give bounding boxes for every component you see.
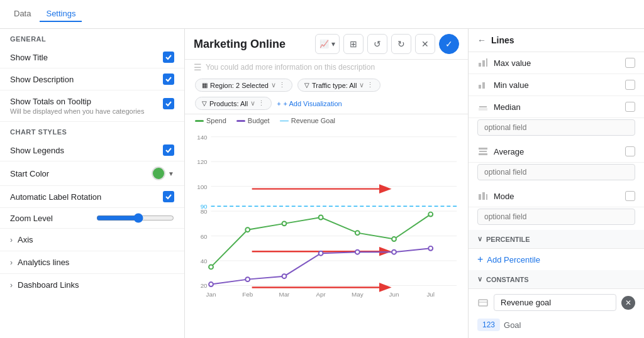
svg-rect-45 [482, 82, 485, 89]
constant-icon [477, 297, 489, 308]
svg-text:100: 100 [197, 183, 208, 190]
filter-products-label: Products: All [209, 100, 248, 107]
max-value-icon [477, 57, 489, 68]
mode-checkbox[interactable] [625, 191, 635, 201]
add-percentile-label: Add Percentile [487, 255, 540, 264]
average-checkbox[interactable] [625, 146, 635, 156]
svg-point-29 [282, 274, 286, 278]
main-layout: General Show Title Show Description Show… [0, 29, 644, 338]
add-visualization-button[interactable]: + + Add Visualization [277, 100, 342, 107]
min-value-label: Min value [494, 80, 529, 90]
dashboard-expand[interactable]: › Dashboard Links [0, 273, 184, 296]
show-description-label: Show Description [10, 75, 74, 84]
filter-products-chevron: ∨ [250, 99, 255, 107]
spend-legend-label: Spend [206, 117, 226, 124]
svg-point-31 [355, 250, 360, 254]
filter-region[interactable]: ▦ Region: 2 Selected ∨ ⋮ [195, 79, 292, 92]
max-value-checkbox[interactable] [625, 58, 635, 68]
show-totals-sublabel: Will be displayed when you have categori… [10, 107, 144, 115]
tab-settings[interactable]: Settings [40, 6, 82, 22]
max-value-label-group: Max value [477, 57, 531, 68]
legend-spend: Spend [195, 117, 226, 124]
revenue-goal-input[interactable] [494, 294, 616, 311]
filter-traffic[interactable]: ▽ Traffic type: All ∨ ⋮ [297, 79, 381, 92]
filter-icon: ▦ [202, 82, 208, 89]
svg-text:140: 140 [197, 134, 208, 141]
spend-legend-dot [195, 120, 204, 122]
legend-revenue: Revenue Goal [280, 117, 335, 124]
min-value-label-group: Min value [477, 79, 529, 90]
top-bar: Data Settings [0, 0, 644, 29]
mode-value-input[interactable] [477, 209, 635, 225]
svg-point-28 [245, 277, 250, 281]
svg-text:90: 90 [201, 203, 208, 210]
color-dot[interactable] [152, 166, 165, 180]
axis-expand[interactable]: › Axis [0, 228, 184, 251]
svg-text:Jun: Jun [389, 291, 399, 298]
zoom-slider[interactable] [96, 213, 175, 223]
chart-type-button[interactable]: 📈 ▾ [315, 34, 340, 54]
svg-text:Mar: Mar [279, 291, 290, 298]
show-title-checkbox[interactable] [163, 52, 174, 63]
left-panel: General Show Title Show Description Show… [0, 29, 185, 338]
right-panel-header: ← Lines [469, 29, 644, 52]
auto-label-row: Automatic Label Rotation [0, 186, 184, 208]
svg-rect-42 [482, 60, 485, 67]
average-label: Average [494, 147, 524, 156]
average-value-input[interactable] [477, 164, 635, 180]
tab-data[interactable]: Data [8, 6, 37, 22]
percentile-section-header[interactable]: ∨ PERCENTILE [469, 230, 644, 249]
analytics-expand[interactable]: › Analytics lines [0, 251, 184, 273]
goal-tag: 123 [477, 319, 500, 331]
grid-button[interactable]: ⊞ [343, 34, 364, 54]
right-panel: ← Lines Max value Min value [468, 29, 644, 338]
svg-point-27 [209, 282, 213, 286]
show-totals-checkbox[interactable] [163, 98, 174, 109]
remove-constant-button[interactable]: ✕ [621, 296, 635, 310]
undo-button[interactable]: ↺ [367, 34, 387, 54]
dropdown-arrow: ▾ [331, 40, 335, 48]
auto-label-checkbox[interactable] [163, 191, 174, 202]
average-value-row [469, 163, 644, 185]
svg-rect-41 [479, 63, 481, 67]
median-value-row [469, 118, 644, 141]
svg-rect-50 [479, 153, 487, 155]
chart-legend: Spend Budget Revenue Goal [185, 114, 468, 127]
show-totals-row: Show Totals on Tooltip Will be displayed… [0, 90, 184, 122]
back-button[interactable]: ← [477, 35, 486, 45]
plus-icon: + [277, 100, 280, 107]
svg-rect-54 [479, 300, 487, 306]
svg-text:40: 40 [201, 258, 208, 264]
add-viz-label: + Add Visualization [284, 100, 342, 107]
filter-traffic-label: Traffic type: All [312, 82, 357, 89]
show-legends-checkbox[interactable] [163, 144, 174, 156]
mode-icon [477, 190, 489, 202]
legend-budget: Budget [236, 117, 270, 124]
svg-point-26 [428, 212, 433, 217]
close-icon: ✕ [625, 298, 631, 307]
constants-section-header[interactable]: ∨ CONSTANTS [469, 270, 644, 289]
revenue-legend-label: Revenue Goal [291, 117, 335, 124]
show-description-checkbox[interactable] [163, 74, 174, 85]
redo-button[interactable]: ↻ [391, 34, 411, 54]
median-checkbox[interactable] [625, 102, 635, 112]
percentile-chevron-icon: ∨ [477, 235, 482, 243]
add-percentile-button[interactable]: + Add Percentile [469, 249, 644, 270]
svg-text:60: 60 [201, 233, 208, 240]
zoom-level-label: Zoom Level [10, 214, 89, 223]
filter-products[interactable]: ▽ Products: All ∨ ⋮ [195, 97, 272, 110]
svg-rect-44 [479, 85, 481, 89]
show-legends-row: Show Legends [0, 139, 184, 161]
chart-title-input[interactable] [194, 38, 310, 51]
chevron-right-icon: › [10, 281, 13, 290]
svg-text:May: May [352, 291, 364, 298]
close-button[interactable]: ✕ [415, 34, 435, 54]
budget-legend-dot [236, 120, 245, 122]
median-label-group: Median [477, 101, 521, 112]
chart-svg: 140 120 100 80 60 40 20 90 [190, 129, 463, 305]
svg-point-22 [282, 221, 286, 226]
median-value-input[interactable] [477, 119, 635, 136]
confirm-button[interactable]: ✓ [439, 34, 459, 54]
chart-svg-container: 140 120 100 80 60 40 20 90 [185, 127, 468, 338]
min-value-checkbox[interactable] [625, 80, 635, 90]
